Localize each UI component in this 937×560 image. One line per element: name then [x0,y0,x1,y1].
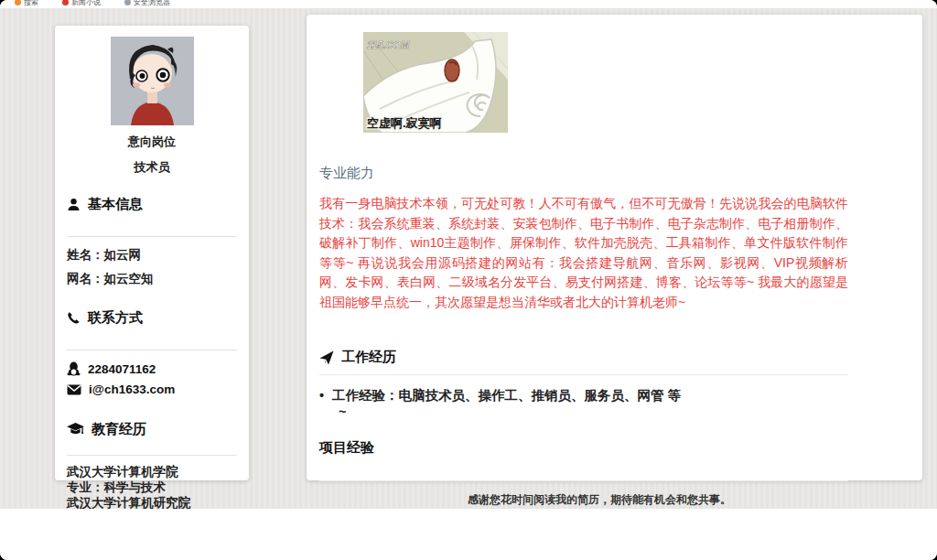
footer-strip [0,509,937,560]
section-contact: 联系方式 [67,309,237,327]
bullet: • [319,386,324,404]
bookmark-label: 新闻小说 [71,0,101,7]
projects-section-title: 项目经验 [319,439,922,457]
browser-bookmarks-bar: 搜索 新闻小说 安全浏览器 [0,0,937,8]
section-title: 联系方式 [88,309,143,327]
qq-number: 2284071162 [88,362,156,376]
section-title: 工作经历 [341,349,396,366]
phone-icon [67,311,81,325]
email-address: i@ch1633.com [89,382,175,396]
graduation-cap-icon [67,423,84,436]
resume-content-card: 115.COM 空虚啊.寂寞啊 专业能力 我有一身电脑技术本领，可无处可教！人不… [307,15,922,480]
envelope-icon [67,384,81,395]
bookmark-label: 搜索 [24,0,38,7]
skills-description: 我有一身电脑技术本领，可无处可教！人不可有傲气，但不可无傲骨！先说说我会的电脑软… [319,194,848,312]
divider [67,350,237,350]
intended-position-label: 意向岗位 [67,134,237,150]
divider [319,480,848,481]
education-line: 专业：科学与技术 [67,479,237,495]
divider [67,236,237,237]
bookmark-item[interactable]: 搜索 [15,0,38,7]
paper-plane-icon [319,350,334,365]
work-experience-continuation: ~ [339,404,922,419]
avatar [111,37,194,125]
bookmark-favicon [124,0,131,5]
divider [319,374,848,375]
profile-card: 意向岗位 技术员 基本信息 姓名：如云网 网名：如云空知 联系方式 [55,26,249,480]
closing-note: 感谢您花时间阅读我的简历，期待能有机会和您共事。 [307,492,892,508]
section-basic-info: 基本信息 [67,196,237,213]
divider [67,455,237,456]
section-title: 教育经历 [92,421,146,438]
person-icon [67,198,81,211]
work-experience-item: • 工作经验：电脑技术员、操作工、推销员、服务员、网管 等 [319,386,848,404]
work-section-title: 工作经历 [319,349,922,366]
section-title: 基本信息 [88,196,143,213]
name-row: 姓名：如云网 [67,247,237,264]
section-education: 教育经历 [67,421,237,438]
comic-caption: 空虚啊.寂寞啊 [367,116,442,130]
page-background: 搜索 新闻小说 安全浏览器 [0,0,937,560]
bookmark-favicon [62,0,69,5]
comic-watermark: 115.COM [367,39,410,50]
bookmark-item[interactable]: 新闻小说 [62,0,101,7]
qq-icon [67,361,81,376]
nickname-row: 网名：如云空知 [67,271,237,287]
bookmark-label: 安全浏览器 [134,0,170,7]
avatar-illustration [111,37,194,125]
email-row: i@ch1633.com [67,382,237,396]
bookmark-favicon [15,0,21,5]
work-experience-text: 工作经验：电脑技术员、操作工、推销员、服务员、网管 等 [332,386,681,404]
intended-position-value: 技术员 [67,159,237,176]
qq-row: 2284071162 [67,361,237,376]
bookmark-item[interactable]: 安全浏览器 [124,0,170,7]
comic-image: 115.COM 空虚啊.寂寞啊 [363,32,508,133]
education-line: 武汉大学计算机学院 [67,464,237,479]
skills-section-title: 专业能力 [319,165,922,182]
